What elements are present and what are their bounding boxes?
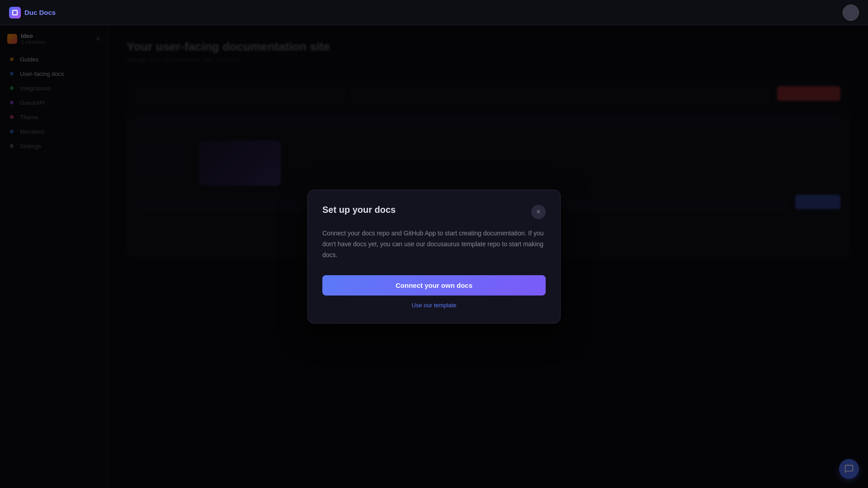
user-avatar-button[interactable] [843,5,859,21]
logo-icon-inner [12,10,18,15]
modal-overlay: Set up your docs × Connect your docs rep… [0,25,868,488]
top-navigation: Duc Docs [0,0,868,25]
logo-text: Duc Docs [24,9,56,16]
use-our-template-link[interactable]: Use our template [322,302,546,309]
close-icon: × [536,208,540,216]
setup-docs-modal: Set up your docs × Connect your docs rep… [307,190,561,323]
modal-header: Set up your docs × [322,205,546,219]
modal-title: Set up your docs [322,205,396,215]
logo-icon [9,7,21,19]
modal-body-text: Connect your docs repo and GitHub App to… [322,228,546,260]
logo[interactable]: Duc Docs [9,7,56,19]
modal-close-button[interactable]: × [531,205,546,219]
connect-your-own-docs-button[interactable]: Connect your own docs [322,275,546,296]
